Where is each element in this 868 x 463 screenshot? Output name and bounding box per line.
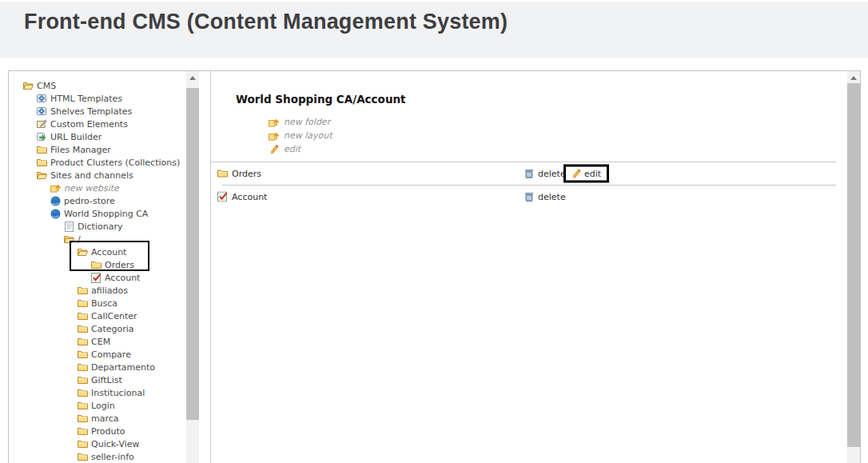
checked-page-icon <box>217 191 228 202</box>
tree-item-categoria[interactable]: Categoria <box>9 322 186 335</box>
tree-item-label: URL Builder <box>50 132 102 142</box>
content-row-orders: Ordersdeleteedit <box>211 162 836 185</box>
scrollbar-thumb[interactable] <box>186 88 199 420</box>
tree-item-quick-view[interactable]: Quick-View <box>9 437 186 450</box>
closed-folder-icon <box>77 388 88 397</box>
closed-folder-icon <box>36 158 47 167</box>
new-item-icon <box>268 118 279 127</box>
closed-folder-icon <box>77 285 88 295</box>
tree-item-label: Custom Elements <box>50 119 128 130</box>
tree-item-busca[interactable]: Busca <box>9 297 186 309</box>
tree-items: CMSHTML TemplatesShelves TemplatesCustom… <box>9 79 186 463</box>
tree-item-marca[interactable]: marca <box>9 412 186 425</box>
row-label: Orders <box>232 168 261 178</box>
triangle-up-icon <box>189 76 196 80</box>
tree-item-label: Shelves Templates <box>50 106 132 117</box>
tree-item-departamento[interactable]: Departamento <box>9 361 186 373</box>
closed-folder-icon <box>77 337 88 346</box>
closed-folder-icon <box>77 413 88 423</box>
tree-item-label: CMS <box>37 81 56 91</box>
tree-scrollbar[interactable] <box>186 71 199 463</box>
tree-item-label: Categoria <box>91 324 134 334</box>
closed-folder-icon <box>77 362 88 372</box>
row-action-delete[interactable]: delete <box>524 191 566 202</box>
closed-folder-icon <box>77 426 88 436</box>
closed-folder-icon <box>77 298 88 308</box>
scroll-up-button[interactable] <box>186 71 199 84</box>
new-layout-link[interactable]: new layout <box>268 129 332 142</box>
row-action-edit-highlighted[interactable]: edit <box>563 164 609 182</box>
closed-folder-icon <box>77 375 88 385</box>
tree-item-giftlist[interactable]: GiftList <box>9 373 186 386</box>
trash-icon <box>524 191 535 202</box>
triangle-up-icon <box>850 76 857 80</box>
tree-item-label: marca <box>91 413 119 424</box>
tree-item-label: Sites and channels <box>50 170 133 181</box>
row-action-label: delete <box>538 168 566 178</box>
tree-item-sites-and-channels[interactable]: Sites and channels <box>9 169 186 182</box>
tree-item-afiliados[interactable]: afiliados <box>9 284 186 297</box>
tree-item-label: Product Clusters (Collections) <box>50 158 180 168</box>
tree-item-custom-elements[interactable]: Custom Elements <box>9 118 186 130</box>
tree-item-world-shopping-ca[interactable]: World Shopping CA <box>9 207 186 220</box>
edit-link[interactable]: edit <box>268 142 332 156</box>
app-header: Front-end CMS (Content Management System… <box>0 2 868 58</box>
tree-item-label: CallCenter <box>91 311 137 321</box>
tree-item-product-clusters-collections[interactable]: Product Clusters (Collections) <box>9 156 186 169</box>
tree-item-label: afiliados <box>91 285 128 296</box>
template-icon <box>36 106 47 116</box>
row-action-delete[interactable]: delete <box>524 168 566 178</box>
tree-item-label: World Shopping CA <box>64 209 148 219</box>
tree-item-label: Institucional <box>91 388 145 398</box>
action-label: edit <box>284 144 301 154</box>
tree-item-files-manager[interactable]: Files Manager <box>9 143 186 156</box>
custom-elements-icon <box>36 119 47 129</box>
closed-folder-icon <box>77 401 88 410</box>
closed-folder-icon <box>77 311 88 321</box>
tree-item-html-templates[interactable]: HTML Templates <box>9 92 186 105</box>
tree-item-cem[interactable]: CEM <box>9 335 186 348</box>
template-icon <box>36 94 47 103</box>
scroll-up-button[interactable] <box>847 71 860 84</box>
page-title: Front-end CMS (Content Management System… <box>24 10 508 34</box>
tree-item-pedro-store[interactable]: pedro-store <box>9 194 186 207</box>
tree-item-label: Produto <box>91 426 125 437</box>
action-label: new folder <box>284 117 330 127</box>
tree-item-compare[interactable]: Compare <box>9 348 186 361</box>
new-folder-link[interactable]: new folder <box>268 115 332 129</box>
tree-item-cms[interactable]: CMS <box>9 79 186 92</box>
pencil-icon <box>570 168 581 178</box>
action-label: new layout <box>284 130 332 141</box>
content-row-account: Accountdelete <box>211 185 836 208</box>
tree-item-new-website[interactable]: new website <box>9 182 186 194</box>
tree-item-label: pedro-store <box>64 196 115 206</box>
main-panel: CMSHTML TemplatesShelves TemplatesCustom… <box>8 70 861 463</box>
content-title: World Shopping CA/Account <box>236 93 406 106</box>
new-item-icon <box>268 131 279 141</box>
globe-icon <box>50 209 61 219</box>
navigation-tree-panel: CMSHTML TemplatesShelves TemplatesCustom… <box>9 71 211 463</box>
tree-item-label: Departamento <box>91 362 155 373</box>
closed-folder-icon <box>77 349 88 359</box>
tree-item-seller-info[interactable]: seller-info <box>9 450 186 463</box>
tree-item-dictionary[interactable]: Dictionary <box>9 220 186 233</box>
tree-item-institucional[interactable]: Institucional <box>9 386 186 399</box>
tree-item-url-builder[interactable]: URL Builder <box>9 130 186 143</box>
tree-item-login[interactable]: Login <box>9 399 186 412</box>
tree-item-account[interactable]: Account <box>9 271 186 284</box>
scrollbar-thumb[interactable] <box>847 83 860 447</box>
closed-folder-icon <box>77 324 88 333</box>
tree-item-shelves-templates[interactable]: Shelves Templates <box>9 105 186 118</box>
url-builder-icon <box>36 132 47 142</box>
content-actions: new foldernew layoutedit <box>268 115 332 156</box>
tree-item-produto[interactable]: Produto <box>9 425 186 437</box>
content-scrollbar[interactable] <box>847 71 860 463</box>
row-main: Account <box>217 191 267 202</box>
open-folder-icon <box>22 81 34 90</box>
tree-item-callcenter[interactable]: CallCenter <box>9 309 186 322</box>
tree-item-label: new website <box>64 183 119 194</box>
tree-item-label: Dictionary <box>78 222 122 232</box>
tree-item-label: GiftList <box>91 375 122 385</box>
closed-folder-icon <box>77 452 88 461</box>
tree-item-label: Busca <box>91 298 117 309</box>
